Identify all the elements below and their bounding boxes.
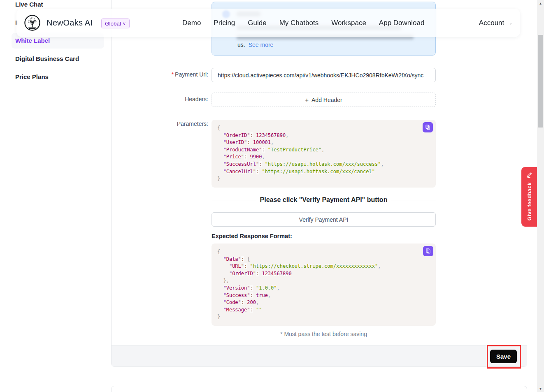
sidebar-item-live-chat[interactable]: Live Chat bbox=[15, 1, 43, 8]
nav-item-pricing[interactable]: Pricing bbox=[214, 19, 235, 27]
must-pass-warning: * Must pass the test before saving bbox=[212, 331, 436, 337]
give-feedback-tab[interactable]: Give feedback bbox=[521, 167, 537, 227]
payment-settings-card: us.See more *Payment Url: https://cloud.… bbox=[111, 0, 527, 367]
expected-response-label: Expected Response Format: bbox=[212, 233, 292, 239]
payment-url-input[interactable]: https://cloud.activepieces.com/api/v1/we… bbox=[212, 68, 436, 82]
app-window: Live Chat I White Label Digital Business… bbox=[0, 0, 544, 392]
card-footer: Save bbox=[112, 345, 527, 366]
plus-icon: + bbox=[305, 96, 309, 103]
verify-payment-api-button[interactable]: Verify Payment API bbox=[212, 212, 436, 227]
scrollbar-thumb[interactable] bbox=[538, 35, 543, 128]
pencil-icon bbox=[526, 171, 533, 178]
sidebar: Live Chat I White Label Digital Business… bbox=[0, 0, 111, 392]
save-button[interactable]: Save bbox=[490, 350, 517, 363]
region-selector[interactable]: Global ∨ bbox=[101, 19, 130, 28]
required-asterisk: * bbox=[172, 71, 174, 78]
reminder-truncated-text: us. bbox=[237, 42, 245, 48]
parameters-code-block: { "OrderID": 1234567890, "UserID": 10000… bbox=[212, 120, 436, 188]
nav-item-workspace[interactable]: Workspace bbox=[331, 19, 366, 27]
brand[interactable]: NewOaks AI bbox=[24, 14, 93, 31]
brand-logo-icon bbox=[24, 14, 41, 31]
verify-instruction-text: Please click "Verify Payment API" button bbox=[260, 196, 388, 204]
verify-instruction-divider: Please click "Verify Payment API" button bbox=[212, 196, 436, 204]
parameters-label: Parameters: bbox=[112, 121, 208, 127]
chevron-down-icon: ∨ bbox=[123, 21, 126, 26]
nav-menu: Demo Pricing Guide My Chatbots Workspace… bbox=[182, 9, 424, 37]
sidebar-item-price-plans[interactable]: Price Plans bbox=[15, 73, 49, 80]
nav-item-demo[interactable]: Demo bbox=[182, 19, 201, 27]
payment-url-label: *Payment Url: bbox=[112, 71, 208, 78]
sidebar-item-white-label[interactable]: White Label bbox=[15, 37, 50, 44]
headers-label: Headers: bbox=[112, 96, 208, 102]
add-header-button[interactable]: + Add Header bbox=[212, 93, 436, 107]
scroll-up-arrow-icon[interactable]: ▲ bbox=[537, 0, 544, 7]
scroll-down-arrow-icon[interactable]: ▼ bbox=[537, 385, 544, 392]
copy-icon bbox=[425, 124, 431, 130]
nav-item-app-download[interactable]: App Download bbox=[379, 19, 425, 27]
account-link[interactable]: Account → bbox=[479, 9, 513, 37]
see-more-link[interactable]: See more bbox=[249, 42, 274, 48]
copy-parameters-button[interactable] bbox=[423, 122, 433, 132]
give-feedback-label: Give feedback bbox=[526, 182, 532, 220]
top-navbar: NewOaks AI Global ∨ Demo Pricing Guide M… bbox=[16, 9, 520, 37]
nav-item-guide[interactable]: Guide bbox=[248, 19, 266, 27]
copy-icon bbox=[425, 248, 431, 254]
next-section-card bbox=[111, 386, 527, 392]
nav-item-my-chatbots[interactable]: My Chatbots bbox=[279, 19, 318, 27]
vertical-scrollbar[interactable]: ▲ ▼ bbox=[537, 0, 544, 392]
brand-name: NewOaks AI bbox=[46, 18, 93, 28]
copy-response-button[interactable] bbox=[423, 246, 433, 256]
response-code-block: { "Data": { "URL": "https://checkout.str… bbox=[212, 244, 436, 326]
sidebar-item-digital-business-card[interactable]: Digital Business Card bbox=[15, 55, 79, 62]
